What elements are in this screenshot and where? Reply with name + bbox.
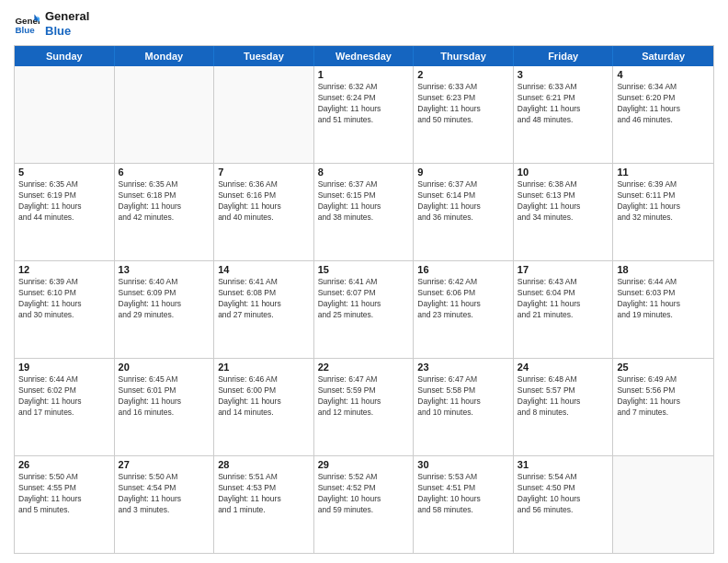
page-header: General Blue General Blue [14,9,714,38]
day-number: 26 [18,459,110,470]
calendar-day-31: 31Sunrise: 5:54 AM Sunset: 4:50 PM Dayli… [514,456,614,553]
weekday-header-saturday: Saturday [613,46,713,66]
day-number: 1 [318,69,410,80]
day-info: Sunrise: 5:50 AM Sunset: 4:55 PM Dayligh… [18,472,110,516]
day-info: Sunrise: 6:36 AM Sunset: 6:16 PM Dayligh… [218,179,310,224]
svg-text:Blue: Blue [15,24,35,34]
day-info: Sunrise: 6:35 AM Sunset: 6:19 PM Dayligh… [18,179,110,224]
calendar-day-14: 14Sunrise: 6:41 AM Sunset: 6:08 PM Dayli… [214,261,314,358]
calendar: SundayMondayTuesdayWednesdayThursdayFrid… [14,45,714,554]
calendar-day-28: 28Sunrise: 5:51 AM Sunset: 4:53 PM Dayli… [214,456,314,553]
calendar-day-6: 6Sunrise: 6:35 AM Sunset: 6:18 PM Daylig… [115,164,215,260]
day-info: Sunrise: 6:49 AM Sunset: 5:56 PM Dayligh… [617,374,710,419]
day-info: Sunrise: 6:35 AM Sunset: 6:18 PM Dayligh… [119,179,210,224]
weekday-header-wednesday: Wednesday [314,46,415,66]
calendar-week-4: 19Sunrise: 6:44 AM Sunset: 6:02 PM Dayli… [15,359,713,456]
day-info: Sunrise: 6:33 AM Sunset: 6:23 PM Dayligh… [417,82,509,126]
day-info: Sunrise: 6:44 AM Sunset: 6:03 PM Dayligh… [617,277,710,321]
day-number: 19 [18,362,110,373]
day-number: 9 [417,167,509,178]
calendar-day-22: 22Sunrise: 6:47 AM Sunset: 5:59 PM Dayli… [314,359,415,455]
day-info: Sunrise: 6:34 AM Sunset: 6:20 PM Dayligh… [617,82,710,126]
day-info: Sunrise: 6:47 AM Sunset: 5:58 PM Dayligh… [417,374,509,419]
calendar-body: 1Sunrise: 6:32 AM Sunset: 6:24 PM Daylig… [15,66,713,553]
day-info: Sunrise: 6:44 AM Sunset: 6:02 PM Dayligh… [18,374,110,419]
calendar-day-18: 18Sunrise: 6:44 AM Sunset: 6:03 PM Dayli… [613,261,713,358]
day-info: Sunrise: 5:52 AM Sunset: 4:52 PM Dayligh… [318,472,410,516]
day-number: 12 [18,264,110,275]
calendar-day-23: 23Sunrise: 6:47 AM Sunset: 5:58 PM Dayli… [414,359,514,455]
day-info: Sunrise: 6:39 AM Sunset: 6:11 PM Dayligh… [617,179,710,224]
calendar-day-17: 17Sunrise: 6:43 AM Sunset: 6:04 PM Dayli… [514,261,614,358]
weekday-header-monday: Monday [115,46,215,66]
calendar-day-20: 20Sunrise: 6:45 AM Sunset: 6:01 PM Dayli… [115,359,215,455]
day-info: Sunrise: 5:53 AM Sunset: 4:51 PM Dayligh… [417,472,509,516]
day-number: 20 [119,362,210,373]
day-info: Sunrise: 6:45 AM Sunset: 6:01 PM Dayligh… [119,374,210,419]
calendar-day-19: 19Sunrise: 6:44 AM Sunset: 6:02 PM Dayli… [15,359,115,455]
day-info: Sunrise: 6:39 AM Sunset: 6:10 PM Dayligh… [18,277,110,321]
calendar-day-empty [115,66,215,163]
calendar-day-1: 1Sunrise: 6:32 AM Sunset: 6:24 PM Daylig… [314,66,415,163]
day-number: 30 [417,459,509,470]
calendar-week-2: 5Sunrise: 6:35 AM Sunset: 6:19 PM Daylig… [15,164,713,261]
day-info: Sunrise: 6:37 AM Sunset: 6:15 PM Dayligh… [318,179,410,224]
calendar-day-3: 3Sunrise: 6:33 AM Sunset: 6:21 PM Daylig… [514,66,614,163]
calendar-day-empty [214,66,314,163]
day-number: 17 [518,264,609,275]
day-number: 7 [218,167,310,178]
calendar-week-3: 12Sunrise: 6:39 AM Sunset: 6:10 PM Dayli… [15,261,713,359]
day-number: 4 [617,69,710,80]
day-info: Sunrise: 6:43 AM Sunset: 6:04 PM Dayligh… [518,277,609,321]
calendar-header: SundayMondayTuesdayWednesdayThursdayFrid… [15,46,713,66]
calendar-day-25: 25Sunrise: 6:49 AM Sunset: 5:56 PM Dayli… [613,359,713,455]
day-number: 14 [218,264,310,275]
day-info: Sunrise: 6:32 AM Sunset: 6:24 PM Dayligh… [318,82,410,126]
calendar-day-2: 2Sunrise: 6:33 AM Sunset: 6:23 PM Daylig… [414,66,514,163]
day-info: Sunrise: 5:54 AM Sunset: 4:50 PM Dayligh… [518,472,609,516]
logo-line1: General [45,9,89,24]
logo: General Blue General Blue [14,9,89,38]
day-info: Sunrise: 6:46 AM Sunset: 6:00 PM Dayligh… [218,374,310,419]
day-number: 16 [417,264,509,275]
day-number: 18 [617,264,710,275]
calendar-day-11: 11Sunrise: 6:39 AM Sunset: 6:11 PM Dayli… [613,164,713,260]
calendar-day-empty [613,456,713,553]
calendar-day-29: 29Sunrise: 5:52 AM Sunset: 4:52 PM Dayli… [314,456,415,553]
day-info: Sunrise: 6:37 AM Sunset: 6:14 PM Dayligh… [417,179,509,224]
calendar-day-8: 8Sunrise: 6:37 AM Sunset: 6:15 PM Daylig… [314,164,415,260]
calendar-day-4: 4Sunrise: 6:34 AM Sunset: 6:20 PM Daylig… [613,66,713,163]
calendar-day-26: 26Sunrise: 5:50 AM Sunset: 4:55 PM Dayli… [15,456,115,553]
weekday-header-tuesday: Tuesday [214,46,314,66]
calendar-day-10: 10Sunrise: 6:38 AM Sunset: 6:13 PM Dayli… [514,164,614,260]
day-number: 22 [318,362,410,373]
weekday-header-thursday: Thursday [414,46,514,66]
day-info: Sunrise: 6:47 AM Sunset: 5:59 PM Dayligh… [318,374,410,419]
day-info: Sunrise: 6:33 AM Sunset: 6:21 PM Dayligh… [518,82,609,126]
calendar-day-24: 24Sunrise: 6:48 AM Sunset: 5:57 PM Dayli… [514,359,614,455]
day-number: 21 [218,362,310,373]
day-info: Sunrise: 6:48 AM Sunset: 5:57 PM Dayligh… [518,374,609,419]
calendar-day-7: 7Sunrise: 6:36 AM Sunset: 6:16 PM Daylig… [214,164,314,260]
weekday-header-sunday: Sunday [15,46,115,66]
day-number: 8 [318,167,410,178]
calendar-day-27: 27Sunrise: 5:50 AM Sunset: 4:54 PM Dayli… [115,456,215,553]
day-number: 24 [518,362,609,373]
day-info: Sunrise: 6:38 AM Sunset: 6:13 PM Dayligh… [518,179,609,224]
day-info: Sunrise: 6:41 AM Sunset: 6:07 PM Dayligh… [318,277,410,321]
calendar-day-13: 13Sunrise: 6:40 AM Sunset: 6:09 PM Dayli… [115,261,215,358]
calendar-day-21: 21Sunrise: 6:46 AM Sunset: 6:00 PM Dayli… [214,359,314,455]
day-number: 10 [518,167,609,178]
day-info: Sunrise: 6:41 AM Sunset: 6:08 PM Dayligh… [218,277,310,321]
day-number: 6 [119,167,210,178]
calendar-day-16: 16Sunrise: 6:42 AM Sunset: 6:06 PM Dayli… [414,261,514,358]
calendar-week-5: 26Sunrise: 5:50 AM Sunset: 4:55 PM Dayli… [15,456,713,553]
logo-line2: Blue [45,24,89,39]
calendar-day-empty [15,66,115,163]
calendar-day-9: 9Sunrise: 6:37 AM Sunset: 6:14 PM Daylig… [414,164,514,260]
day-number: 23 [417,362,509,373]
day-number: 29 [318,459,410,470]
day-number: 3 [518,69,609,80]
day-info: Sunrise: 5:50 AM Sunset: 4:54 PM Dayligh… [119,472,210,516]
day-number: 28 [218,459,310,470]
